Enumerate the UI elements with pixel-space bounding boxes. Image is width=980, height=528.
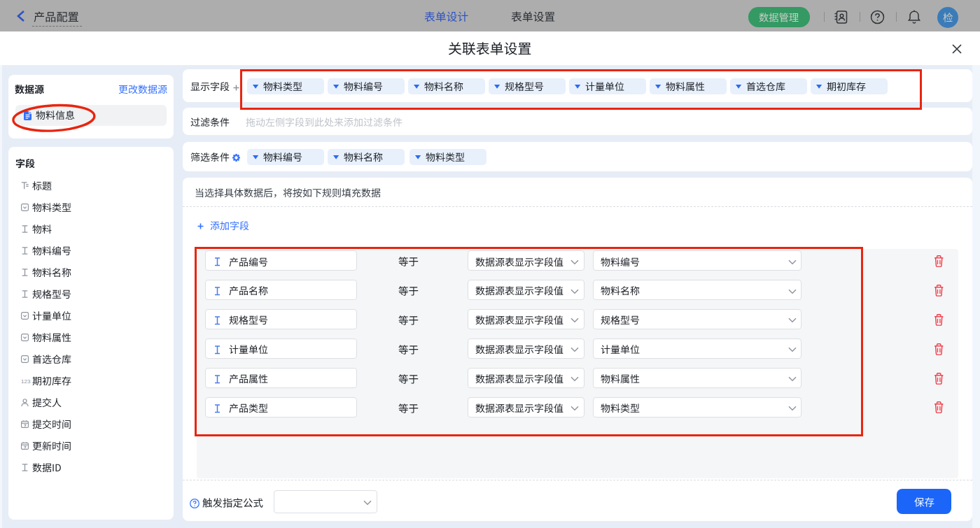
svg-text:123: 123 [21,378,31,384]
